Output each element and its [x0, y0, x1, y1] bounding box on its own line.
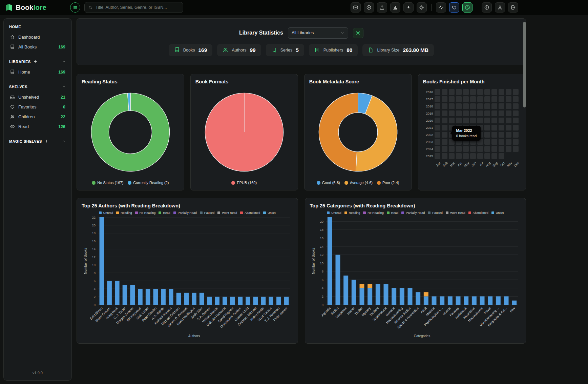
heatmap-cell[interactable]: [484, 146, 490, 152]
top-authors-chart[interactable]: 0246810121416182022Enid BlytonBlake Crou…: [82, 215, 293, 339]
heatmap-cell[interactable]: [435, 132, 440, 138]
settings-button[interactable]: [417, 2, 427, 13]
heatmap-cell[interactable]: [463, 103, 469, 109]
heatmap-cell[interactable]: [449, 103, 455, 109]
heatmap-cell[interactable]: [456, 89, 462, 95]
library-filter-select[interactable]: All Libraries: [288, 27, 348, 39]
heatmap-cell[interactable]: [477, 146, 483, 152]
heatmap-cell[interactable]: [506, 139, 511, 145]
heatmap-cell[interactable]: [513, 103, 519, 109]
heatmap-cell[interactable]: [506, 110, 511, 116]
heatmap-cell[interactable]: [435, 118, 440, 123]
heatmap-cell[interactable]: [477, 103, 483, 109]
heatmap-cell[interactable]: [506, 118, 511, 123]
heatmap-cell[interactable]: [491, 139, 497, 145]
heatmap-cell[interactable]: [449, 146, 455, 152]
heatmap-cell[interactable]: [506, 132, 511, 138]
heatmap-cell[interactable]: [449, 110, 455, 116]
book-formats-chart[interactable]: [195, 84, 293, 180]
heatmap-cell[interactable]: [484, 96, 490, 102]
heatmap-cell[interactable]: [499, 146, 504, 152]
heatmap-cell[interactable]: [463, 118, 469, 123]
menu-button[interactable]: [70, 2, 80, 13]
heatmap-cell[interactable]: [442, 89, 447, 95]
heatmap-cell[interactable]: [463, 89, 469, 95]
heatmap-cell[interactable]: [435, 103, 440, 109]
heatmap-cell[interactable]: [513, 110, 519, 116]
sidebar-item-library-home[interactable]: Home169: [8, 67, 67, 77]
app-logo[interactable]: Booklore: [5, 3, 46, 12]
heatmap-cell[interactable]: [484, 132, 490, 138]
heatmap-cell[interactable]: [491, 125, 497, 130]
heatmap-cell[interactable]: [435, 96, 440, 102]
heatmap-cell[interactable]: [470, 153, 476, 159]
heatmap-cell[interactable]: [513, 139, 519, 145]
heatmap-cell[interactable]: [449, 89, 455, 95]
heatmap-cell[interactable]: [513, 125, 519, 130]
heatmap-cell[interactable]: [499, 110, 504, 116]
heatmap-cell[interactable]: [506, 89, 511, 95]
logout-button[interactable]: [508, 2, 518, 13]
heatmap-cell[interactable]: [499, 153, 504, 159]
heatmap-cell[interactable]: [435, 146, 440, 152]
heatmap-cell[interactable]: [435, 125, 440, 130]
heatmap-cell[interactable]: [456, 153, 462, 159]
upload-button[interactable]: [377, 2, 387, 13]
heatmap-cell[interactable]: [442, 96, 447, 102]
heatmap-cell[interactable]: [477, 96, 483, 102]
heatmap-cell[interactable]: [477, 118, 483, 123]
heatmap-cell[interactable]: [499, 125, 504, 130]
heatmap-cell[interactable]: [491, 132, 497, 138]
sidebar-item-shelf-favorites[interactable]: Favorites0: [8, 102, 67, 112]
heatmap-cell[interactable]: [456, 103, 462, 109]
heatmap-cell[interactable]: [449, 96, 455, 102]
heatmap-cell[interactable]: [442, 103, 447, 109]
sidebar-item-shelf-read[interactable]: Read126: [8, 122, 67, 132]
scrollbar-thumb[interactable]: [523, 22, 526, 107]
heatmap-cell[interactable]: [470, 96, 476, 102]
heatmap-cell[interactable]: [456, 110, 462, 116]
statistics-button[interactable]: [390, 2, 400, 13]
heatmap-cell[interactable]: [442, 153, 447, 159]
top-categories-chart[interactable]: 02468101214161820AgricolaFictionSuspense…: [310, 215, 521, 339]
heatmap-cell[interactable]: [484, 125, 490, 130]
heatmap-cell[interactable]: [463, 96, 469, 102]
heatmap-cell[interactable]: [470, 110, 476, 116]
heatmap-cell[interactable]: [442, 110, 447, 116]
heatmap-cell[interactable]: [499, 139, 504, 145]
heatmap-cell[interactable]: [484, 89, 490, 95]
info-button[interactable]: [482, 2, 492, 13]
heatmap-cell[interactable]: [506, 146, 511, 152]
heatmap-cell[interactable]: [442, 118, 447, 123]
heatmap-cell[interactable]: [491, 146, 497, 152]
heatmap-cell[interactable]: [470, 89, 476, 95]
heatmap-cell[interactable]: [513, 118, 519, 123]
chevron-up-icon[interactable]: [62, 139, 66, 143]
heatmap-cell[interactable]: [477, 89, 483, 95]
heatmap-cell[interactable]: [442, 139, 447, 145]
search-box[interactable]: [84, 2, 183, 13]
chevron-up-icon[interactable]: [62, 59, 66, 64]
metadata-score-chart[interactable]: [309, 84, 407, 180]
heatmap-cell[interactable]: [442, 132, 447, 138]
heatmap-cell[interactable]: [491, 103, 497, 109]
add-libraries-button[interactable]: [33, 59, 38, 64]
heatmap-cell[interactable]: [463, 146, 469, 152]
profile-button[interactable]: [495, 2, 505, 13]
heatmap-cell[interactable]: [463, 110, 469, 116]
chevron-up-icon[interactable]: [62, 84, 66, 89]
heatmap-cell[interactable]: [513, 132, 519, 138]
heatmap-cell[interactable]: [484, 110, 490, 116]
sidebar-item-shelf-unshelved[interactable]: Unshelved21: [8, 92, 67, 102]
heatmap-cell[interactable]: [470, 146, 476, 152]
heatmap-cell[interactable]: [435, 139, 440, 145]
heatmap-cell[interactable]: [499, 89, 504, 95]
add-magic-shelves-button[interactable]: [44, 139, 49, 143]
heatmap-cell[interactable]: [506, 103, 511, 109]
heatmap-cell[interactable]: [442, 146, 447, 152]
heatmap-cell[interactable]: [506, 96, 511, 102]
inbox-button[interactable]: [351, 2, 361, 13]
heatmap-cell[interactable]: [491, 153, 497, 159]
heatmap-cell[interactable]: [491, 89, 497, 95]
heatmap-cell[interactable]: [513, 89, 519, 95]
